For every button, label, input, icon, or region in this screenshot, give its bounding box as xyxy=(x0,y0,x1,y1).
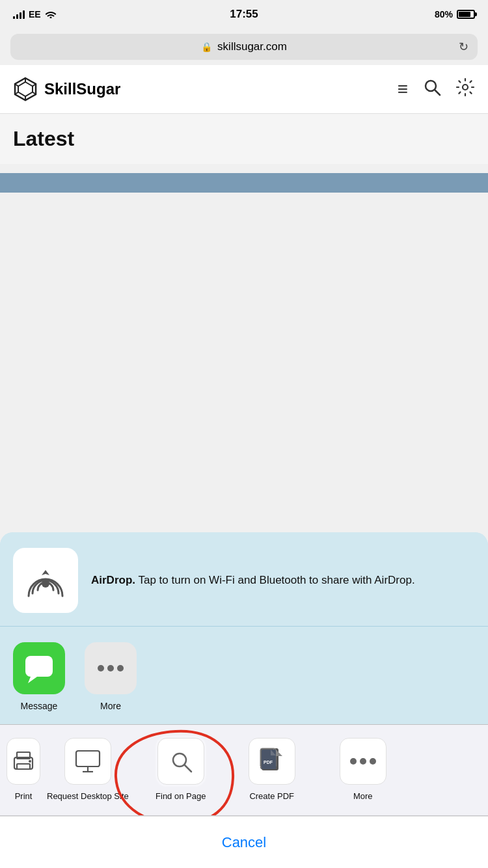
url-bar[interactable]: 🔒 skillsugar.com ↻ xyxy=(10,34,478,60)
website-header: SkillSugar ≡ xyxy=(0,65,488,114)
svg-text:PDF: PDF xyxy=(264,760,273,765)
print-icon xyxy=(12,750,35,773)
svg-point-17 xyxy=(29,760,31,763)
airdrop-description: AirDrop. Tap to turn on Wi-Fi and Blueto… xyxy=(91,573,415,588)
airdrop-title: AirDrop. xyxy=(91,574,135,586)
lock-icon: 🔒 xyxy=(201,42,212,52)
signal-icon xyxy=(13,10,25,19)
desktop-icon xyxy=(74,747,102,776)
wifi-icon xyxy=(45,9,57,20)
more-actions-label: More xyxy=(353,791,373,802)
svg-rect-29 xyxy=(262,750,276,769)
actions-section: Print Request Desktop Site xyxy=(0,725,488,816)
airdrop-icon xyxy=(26,561,65,600)
blue-strip xyxy=(0,173,488,193)
url-bar-container: 🔒 skillsugar.com ↻ xyxy=(0,29,488,65)
pdf-icon: PDF xyxy=(258,747,286,776)
action-item-create-pdf[interactable]: PDF Create PDF xyxy=(226,738,318,802)
messages-label: Message xyxy=(21,701,58,711)
menu-icon[interactable]: ≡ xyxy=(398,79,409,100)
cancel-button[interactable]: Cancel xyxy=(222,834,266,851)
share-sheet: AirDrop. Tap to turn on Wi-Fi and Blueto… xyxy=(0,532,488,868)
action-item-more-actions[interactable]: More xyxy=(318,738,409,802)
battery-percent: 80% xyxy=(435,9,453,20)
svg-rect-18 xyxy=(76,751,100,766)
share-sheet-overlay: AirDrop. Tap to turn on Wi-Fi and Blueto… xyxy=(0,532,488,868)
brand-logo-icon xyxy=(13,77,38,102)
airdrop-icon-box xyxy=(13,548,78,613)
svg-line-22 xyxy=(184,765,191,772)
print-label: Print xyxy=(15,791,33,802)
desktop-icon-box xyxy=(64,738,111,785)
reload-icon[interactable]: ↻ xyxy=(459,40,468,54)
svg-marker-1 xyxy=(18,82,33,96)
status-right: 80% xyxy=(435,9,475,20)
airdrop-subtitle: Tap to turn on Wi-Fi and Bluetooth to sh… xyxy=(138,574,414,586)
airdrop-section[interactable]: AirDrop. Tap to turn on Wi-Fi and Blueto… xyxy=(0,532,488,627)
more-apps-icon xyxy=(85,642,137,694)
latest-heading: Latest xyxy=(13,127,475,151)
status-left: EE xyxy=(13,9,57,20)
more-dots-icon xyxy=(98,665,124,671)
svg-line-9 xyxy=(435,90,440,95)
app-item-more[interactable]: More xyxy=(85,642,137,711)
carrier-label: EE xyxy=(29,9,41,20)
message-bubble-icon xyxy=(23,652,55,685)
website-content: Latest xyxy=(0,114,488,164)
battery-icon xyxy=(457,10,475,19)
create-pdf-label: Create PDF xyxy=(249,791,294,802)
action-item-request-desktop[interactable]: Request Desktop Site xyxy=(40,738,135,802)
messages-icon xyxy=(13,642,65,694)
app-item-messages[interactable]: Message xyxy=(13,642,65,711)
settings-icon[interactable] xyxy=(455,77,475,101)
more-actions-dots-icon xyxy=(350,758,376,765)
search-icon[interactable] xyxy=(423,78,441,101)
action-item-print[interactable]: Print xyxy=(0,738,40,802)
find-on-page-icon-box xyxy=(157,738,204,785)
cancel-section: Cancel xyxy=(0,816,488,868)
find-on-page-label: Find on Page xyxy=(156,791,206,802)
pdf-icon-box: PDF xyxy=(249,738,295,785)
url-text[interactable]: skillsugar.com xyxy=(217,40,287,53)
more-actions-icon-box xyxy=(340,738,386,785)
desktop-label: Request Desktop Site xyxy=(47,791,129,802)
status-bar: EE 17:55 80% xyxy=(0,0,488,29)
brand: SkillSugar xyxy=(13,77,120,102)
action-item-find-on-page[interactable]: Find on Page xyxy=(135,738,226,802)
svg-marker-13 xyxy=(28,677,37,683)
apps-section: Message More xyxy=(0,627,488,725)
svg-rect-16 xyxy=(17,764,30,769)
brand-name: SkillSugar xyxy=(44,80,120,98)
print-icon-box xyxy=(7,738,40,785)
svg-point-10 xyxy=(463,85,468,90)
more-apps-label: More xyxy=(100,701,121,711)
find-on-page-icon xyxy=(167,747,195,776)
time-display: 17:55 xyxy=(230,8,258,21)
svg-rect-12 xyxy=(25,656,53,677)
header-icons: ≡ xyxy=(398,77,475,101)
